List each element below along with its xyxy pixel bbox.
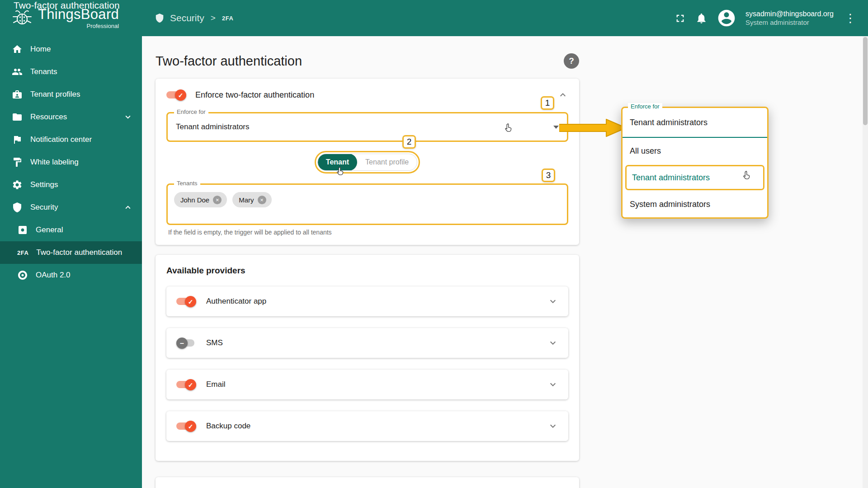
toggle-thumb: ✓	[185, 379, 196, 390]
sidebar-item-notification-center[interactable]: Notification center	[0, 128, 142, 151]
provider-row-backup-code[interactable]: ✓ Backup code	[166, 411, 568, 441]
expand-chevron-icon[interactable]	[547, 296, 558, 307]
expand-chevron-icon[interactable]	[547, 338, 558, 348]
fullscreen-icon[interactable]	[674, 12, 686, 24]
segmented-buttons: Tenant Tenant profile	[317, 154, 417, 171]
annotation-arrow	[559, 118, 627, 137]
user-avatar-icon[interactable]	[717, 8, 736, 28]
notifications-bell-icon[interactable]	[695, 12, 708, 24]
sidebar-item-label: OAuth 2.0	[36, 271, 71, 280]
page-title: Two-factor authentication	[156, 54, 302, 69]
segment-tenant[interactable]: Tenant	[318, 154, 357, 171]
provider-toggle[interactable]: ✓	[176, 296, 196, 307]
badge-icon	[12, 89, 23, 100]
sidebar-item-security[interactable]: Security	[0, 196, 142, 219]
option-system-administrators[interactable]: System administrators	[623, 191, 767, 217]
sidebar-item-general[interactable]: General	[0, 219, 142, 241]
thingsboard-bug-logo-icon	[12, 9, 33, 27]
toggle-thumb: ✓	[175, 89, 186, 101]
sidebar-item-label: Security	[30, 203, 58, 212]
step-badge-1: 1	[541, 96, 554, 110]
check-icon: ✓	[188, 423, 193, 430]
twofa-icon: 2FA	[17, 249, 28, 256]
kebab-menu-icon[interactable]: ⋮	[843, 12, 858, 24]
sidebar-item-home[interactable]: Home	[0, 38, 142, 61]
entity-type-toggle-group: Tenant Tenant profile 2	[315, 151, 420, 174]
brand-edition: Professional	[38, 23, 119, 29]
entity-type-row: Tenant Tenant profile 2	[166, 151, 568, 174]
providers-card: Available providers ✓ Authenticator app …	[156, 255, 579, 461]
user-info: sysadmin@thingsboard.org System administ…	[745, 9, 834, 27]
option-all-users[interactable]: All users	[623, 138, 767, 164]
enforce-for-select[interactable]: Enforce for Tenant administrators 1	[166, 112, 568, 142]
chip-remove-icon[interactable]: ×	[258, 196, 266, 204]
sidebar-item-label: White labeling	[30, 158, 79, 167]
provider-toggle[interactable]: –	[176, 338, 196, 348]
provider-toggle[interactable]: ✓	[176, 379, 196, 390]
sidebar-item-label: Two-factor authentication	[36, 248, 122, 257]
pointer-cursor-icon	[741, 170, 751, 181]
chip-remove-icon[interactable]: ×	[213, 196, 222, 204]
provider-label: SMS	[206, 338, 223, 347]
provider-row-email[interactable]: ✓ Email	[166, 370, 568, 399]
shield-icon	[155, 13, 165, 23]
sidebar-item-label: Tenants	[30, 67, 57, 76]
sidebar-item-white-labeling[interactable]: White labeling	[0, 151, 142, 174]
dash-icon: –	[180, 339, 184, 347]
sidebar-item-two-factor-authentication[interactable]: 2FA Two-factor authentication	[0, 241, 142, 264]
chevron-down-icon	[123, 112, 133, 122]
provider-row-sms[interactable]: – SMS	[166, 328, 568, 358]
dropdown-field[interactable]: Tenant administrators	[623, 108, 767, 138]
enforce-2fa-toggle[interactable]: ✓	[166, 89, 186, 100]
sidebar-item-label: Notification center	[30, 135, 92, 144]
sidebar-item-tenant-profiles[interactable]: Tenant profiles	[0, 83, 142, 106]
breadcrumb-security[interactable]: Security	[170, 13, 204, 23]
enforce-for-value: Tenant administrators	[176, 122, 250, 131]
verification-title: Verification limitations	[166, 486, 568, 488]
top-header: ThingsBoard Professional Security > 2FA …	[0, 0, 868, 36]
tenant-chip[interactable]: John Doe ×	[174, 192, 227, 207]
sidebar-item-oauth[interactable]: OAuth 2.0	[0, 264, 142, 286]
segment-tenant-profile[interactable]: Tenant profile	[357, 154, 417, 171]
enforce-card-header: ✓ Enforce two-factor authentication	[166, 87, 568, 103]
scrollbar-track[interactable]	[863, 36, 868, 488]
settings-applications-icon	[17, 225, 28, 235]
user-email: sysadmin@thingsboard.org	[745, 9, 834, 19]
collapse-chevron-icon[interactable]	[557, 89, 568, 100]
breadcrumb-separator-icon: >	[211, 13, 216, 23]
gear-icon	[12, 179, 23, 190]
tenant-chip[interactable]: Mary ×	[232, 192, 271, 207]
expand-chevron-icon[interactable]	[547, 379, 558, 390]
sidebar-item-label: Settings	[30, 180, 58, 189]
help-icon: ?	[569, 56, 574, 66]
help-button[interactable]: ?	[564, 53, 579, 69]
toggle-thumb: ✓	[185, 296, 196, 307]
check-icon: ✓	[178, 92, 184, 99]
tenants-field[interactable]: Tenants John Doe × Mary × 3	[166, 183, 568, 225]
expand-chevron-icon[interactable]	[547, 421, 558, 432]
provider-label: Authenticator app	[206, 297, 266, 306]
page-column: Two-factor authentication ? ✓ Enforce tw…	[156, 36, 579, 488]
step-badge-2: 2	[402, 135, 416, 149]
scrollbar-thumb[interactable]	[863, 37, 868, 125]
step-badge-3: 3	[542, 169, 555, 182]
folder-icon	[12, 112, 23, 122]
enforce-card: ✓ Enforce two-factor authentication Enfo…	[156, 79, 579, 245]
people-icon	[12, 66, 23, 77]
sidebar-item-resources[interactable]: Resources	[0, 106, 142, 128]
header-actions: sysadmin@thingsboard.org System administ…	[674, 8, 868, 28]
option-tenant-administrators[interactable]: Tenant administrators	[625, 165, 764, 190]
sidebar-item-tenants[interactable]: Tenants	[0, 61, 142, 83]
dropdown-field-label: Enforce for	[628, 103, 662, 110]
provider-label: Email	[206, 380, 226, 389]
provider-toggle[interactable]: ✓	[176, 421, 196, 432]
home-icon	[12, 44, 23, 55]
sidebar-item-settings[interactable]: Settings	[0, 174, 142, 196]
dropdown-field-value: Tenant administrators	[630, 118, 708, 127]
provider-label: Backup code	[206, 422, 250, 431]
chip-label: John Doe	[180, 196, 209, 204]
main-content: Two-factor authentication ? ✓ Enforce tw…	[142, 36, 868, 488]
toggle-thumb: –	[176, 338, 188, 349]
tenants-label: Tenants	[174, 180, 200, 187]
provider-row-authenticator-app[interactable]: ✓ Authenticator app	[166, 286, 568, 316]
